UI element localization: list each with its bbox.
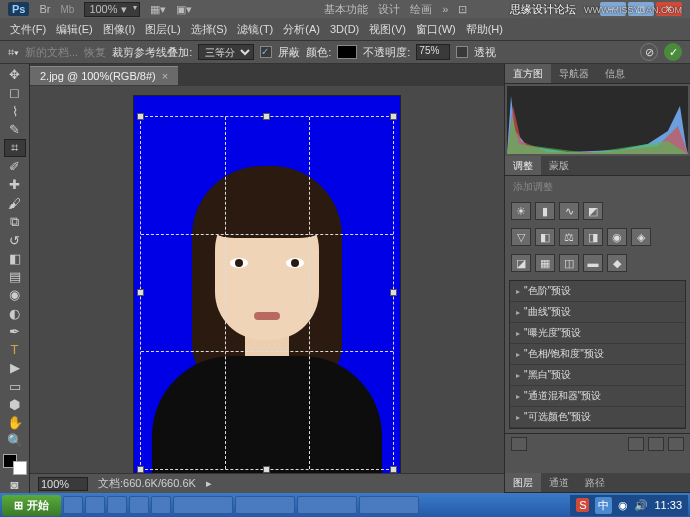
menu-view[interactable]: 视图(V) (365, 20, 410, 39)
menu-3d[interactable]: 3D(D) (326, 21, 363, 37)
crop-handle-w[interactable] (137, 289, 144, 296)
tray-icon-2[interactable]: 🔊 (634, 499, 648, 512)
history-brush-tool[interactable]: ↺ (4, 232, 26, 249)
workspace-basic[interactable]: 基本功能 (324, 2, 368, 17)
tray-clock[interactable]: 11:33 (654, 499, 682, 511)
adj-invert-icon[interactable]: ◪ (511, 254, 531, 272)
preset-curves[interactable]: "曲线"预设 (510, 302, 685, 323)
marquee-tool[interactable]: ◻ (4, 84, 26, 101)
adj-curves-icon[interactable]: ∿ (559, 202, 579, 220)
crop-marquee[interactable] (140, 116, 394, 470)
adj-threshold-icon[interactable]: ◫ (559, 254, 579, 272)
preset-levels[interactable]: "色阶"预设 (510, 281, 685, 302)
adj-vibrance-icon[interactable]: ▽ (511, 228, 531, 246)
crop-handle-se[interactable] (390, 466, 397, 473)
shield-color-swatch[interactable] (337, 45, 357, 59)
menu-file[interactable]: 文件(F) (6, 20, 50, 39)
zoom-preset-dropdown[interactable]: 100% ▾ (84, 2, 139, 17)
zoom-tool[interactable]: 🔍 (4, 432, 26, 449)
perspective-checkbox[interactable] (456, 46, 468, 58)
adj-delete-icon[interactable] (668, 437, 684, 451)
tab-masks[interactable]: 蒙版 (541, 156, 577, 175)
menu-select[interactable]: 选择(S) (187, 20, 232, 39)
menu-layer[interactable]: 图层(L) (141, 20, 184, 39)
taskbar-app-7[interactable] (235, 496, 295, 514)
menu-edit[interactable]: 编辑(E) (52, 20, 97, 39)
quick-select-tool[interactable]: ✎ (4, 121, 26, 138)
adj-hue-icon[interactable]: ◧ (535, 228, 555, 246)
stamp-tool[interactable]: ⧉ (4, 213, 26, 231)
move-tool[interactable]: ✥ (4, 66, 26, 83)
crop-handle-sw[interactable] (137, 466, 144, 473)
quickmask-toggle[interactable]: ◙ (4, 476, 26, 493)
adj-exposure-icon[interactable]: ◩ (583, 202, 603, 220)
crop-tool-icon[interactable]: ⌗▾ (8, 46, 19, 59)
eyedropper-tool[interactable]: ✐ (4, 158, 26, 175)
start-button[interactable]: ⊞ 开始 (2, 495, 61, 516)
adj-gradientmap-icon[interactable]: ▬ (583, 254, 603, 272)
type-tool[interactable]: T (4, 341, 26, 358)
gradient-tool[interactable]: ▤ (4, 268, 26, 285)
document-tab[interactable]: 2.jpg @ 100%(RGB/8#) × (30, 66, 178, 85)
taskbar-app-8[interactable] (297, 496, 357, 514)
menu-filter[interactable]: 滤镜(T) (233, 20, 277, 39)
opacity-value[interactable]: 75% (416, 44, 450, 60)
adj-reset-icon[interactable] (628, 437, 644, 451)
preset-selectivecolor[interactable]: "可选颜色"预设 (510, 407, 685, 428)
screen-mode-icon[interactable]: ▣▾ (176, 3, 192, 16)
pen-tool[interactable]: ✒ (4, 323, 26, 340)
taskbar-app-2[interactable] (85, 496, 105, 514)
adj-view-icon[interactable] (648, 437, 664, 451)
workspace-more-icon[interactable]: » (442, 3, 448, 15)
adj-selectivecolor-icon[interactable]: ◆ (607, 254, 627, 272)
background-color[interactable] (13, 461, 27, 475)
path-select-tool[interactable]: ▶ (4, 359, 26, 376)
workspace-design[interactable]: 设计 (378, 2, 400, 17)
zoom-input[interactable] (38, 477, 88, 491)
shape-tool[interactable]: ▭ (4, 378, 26, 395)
menu-help[interactable]: 帮助(H) (462, 20, 507, 39)
brush-tool[interactable]: 🖌 (4, 194, 26, 211)
tray-icon-1[interactable]: ◉ (618, 499, 628, 512)
cslive-icon[interactable]: ⊡ (458, 3, 467, 16)
close-tab-icon[interactable]: × (162, 70, 168, 82)
preset-hue[interactable]: "色相/饱和度"预设 (510, 344, 685, 365)
adj-bw-icon[interactable]: ◨ (583, 228, 603, 246)
preset-channelmixer[interactable]: "通道混和器"预设 (510, 386, 685, 407)
crop-handle-nw[interactable] (137, 113, 144, 120)
restore-label[interactable]: 恢复 (84, 45, 106, 60)
lasso-tool[interactable]: ⌇ (4, 102, 26, 119)
crop-handle-n[interactable] (263, 113, 270, 120)
adj-channelmixer-icon[interactable]: ◈ (631, 228, 651, 246)
preset-bw[interactable]: "黑白"预设 (510, 365, 685, 386)
hand-tool[interactable]: ✋ (4, 414, 26, 431)
tray-sogou-icon[interactable]: S (576, 498, 589, 512)
tab-navigator[interactable]: 导航器 (551, 64, 597, 83)
crop-handle-ne[interactable] (390, 113, 397, 120)
taskbar-app-9[interactable] (359, 496, 419, 514)
adj-colorbalance-icon[interactable]: ⚖ (559, 228, 579, 246)
taskbar-app-1[interactable] (63, 496, 83, 514)
tab-channels[interactable]: 通道 (541, 473, 577, 492)
tab-histogram[interactable]: 直方图 (505, 64, 551, 83)
crop-handle-s[interactable] (263, 466, 270, 473)
adj-levels-icon[interactable]: ▮ (535, 202, 555, 220)
overlay-select[interactable]: 三等分 (198, 44, 254, 60)
canvas-area[interactable] (30, 86, 504, 473)
color-swatches[interactable] (3, 454, 27, 474)
preset-exposure[interactable]: "曝光度"预设 (510, 323, 685, 344)
bridge-link[interactable]: Br (39, 3, 50, 15)
dodge-tool[interactable]: ◐ (4, 305, 26, 322)
3d-tool[interactable]: ⬢ (4, 396, 26, 413)
shield-checkbox[interactable] (260, 46, 272, 58)
healing-tool[interactable]: ✚ (4, 176, 26, 193)
crop-tool[interactable]: ⌗ (4, 139, 26, 157)
tab-adjustments[interactable]: 调整 (505, 156, 541, 175)
adj-posterize-icon[interactable]: ▦ (535, 254, 555, 272)
workspace-paint[interactable]: 绘画 (410, 2, 432, 17)
taskbar-app-3[interactable] (107, 496, 127, 514)
commit-crop-button[interactable]: ✓ (664, 43, 682, 61)
crop-handle-e[interactable] (390, 289, 397, 296)
cancel-crop-button[interactable]: ⊘ (640, 43, 658, 61)
adj-photofilter-icon[interactable]: ◉ (607, 228, 627, 246)
